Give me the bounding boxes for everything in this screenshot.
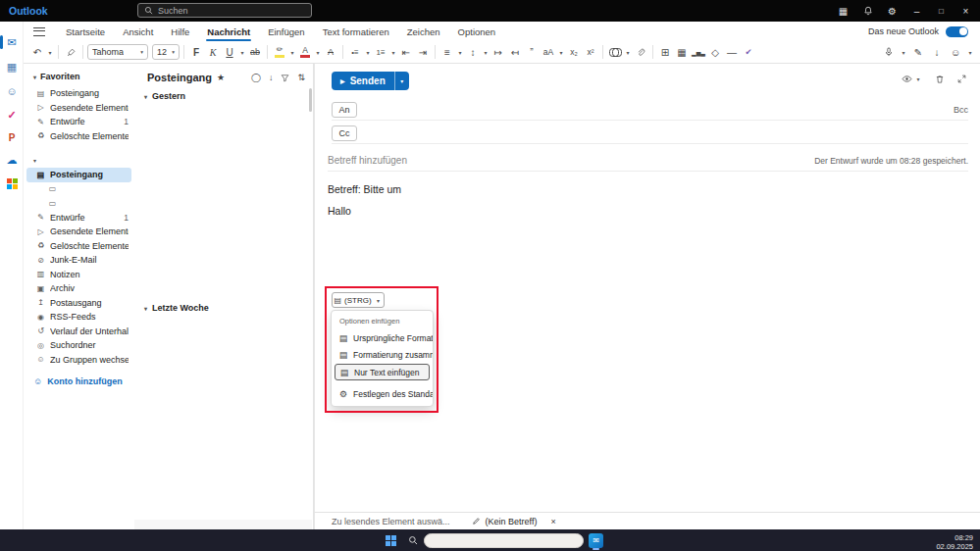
folder-item[interactable]: ✎ Entwürfe 1	[24, 115, 134, 129]
attach-file-icon[interactable]	[633, 43, 648, 61]
insert-link-icon[interactable]	[607, 43, 623, 61]
calendar-nav-icon[interactable]: ▦	[0, 57, 24, 76]
close-button[interactable]: ×	[954, 0, 978, 22]
to-button[interactable]: An	[332, 102, 357, 118]
folder-item[interactable]: ◉ RSS-Feeds	[24, 310, 134, 325]
filter-icon[interactable]	[281, 74, 289, 82]
dictate-chevron-icon[interactable]: ▾	[900, 49, 907, 56]
folder-item[interactable]: ⊘ Junk-E-Mail	[24, 253, 134, 268]
notifications-bell-icon[interactable]	[855, 0, 880, 22]
folder-item[interactable]: ▣ Archiv	[24, 281, 134, 296]
highlight-button[interactable]: ✏	[272, 43, 287, 61]
favorites-header[interactable]: ▾ Favoriten	[24, 64, 134, 86]
subject-input[interactable]: Betreff hinzufügen	[328, 155, 407, 166]
view-options-button[interactable]: ▾	[902, 74, 922, 84]
clear-formatting-icon[interactable]: A	[323, 43, 338, 61]
folder-item[interactable]: ☺ Zu Gruppen wechseln	[24, 353, 134, 368]
body-text-line[interactable]: Betreff: Bitte um	[328, 183, 401, 195]
change-case-icon[interactable]: aA	[541, 43, 556, 61]
bcc-button[interactable]: Bcc	[954, 105, 968, 115]
paste-options-button[interactable]: ▤ (STRG) ▾	[332, 292, 385, 308]
send-options-chevron[interactable]: ▾	[394, 72, 409, 90]
font-size-select[interactable]: 12 ▾	[152, 44, 180, 60]
decrease-indent-icon[interactable]: ⇤	[398, 43, 414, 61]
bold-button[interactable]: F	[188, 43, 204, 61]
ribbon-tab[interactable]: Text formatieren	[314, 22, 398, 41]
ribbon-tab[interactable]: Hilfe	[162, 22, 198, 41]
folder-item[interactable]: ♻ Gelöschte Elemente	[24, 239, 134, 254]
hamburger-menu-icon[interactable]	[33, 27, 45, 36]
folder-item[interactable]: ▭	[24, 196, 134, 211]
superscript-icon[interactable]: x²	[583, 43, 598, 61]
apps-grid-icon[interactable]	[0, 174, 24, 193]
increase-indent-icon[interactable]: ⇥	[415, 43, 431, 61]
search-input[interactable]: Suchen	[137, 3, 312, 18]
add-account-button[interactable]: ☺ Konto hinzufügen	[24, 376, 134, 386]
pop-out-icon[interactable]	[957, 75, 966, 83]
scrollbar-thumb[interactable]	[309, 88, 312, 112]
align-icon[interactable]: ≡	[439, 43, 455, 61]
select-messages-icon[interactable]: ◯	[251, 73, 261, 82]
numbered-list-icon[interactable]: 1≡	[373, 43, 388, 61]
taskbar-clock[interactable]: 08:29 02.09.2025	[936, 533, 973, 551]
onedrive-nav-icon[interactable]: ☁	[0, 150, 24, 170]
format-painter-icon[interactable]	[63, 43, 78, 61]
todo-nav-icon[interactable]: ✓	[0, 105, 24, 125]
insert-image-icon[interactable]: ▦	[674, 43, 690, 61]
font-family-select[interactable]: Tahoma ▾	[87, 44, 148, 60]
undo-icon[interactable]: ↶	[29, 43, 45, 61]
close-draft-tab-icon[interactable]: ×	[550, 517, 555, 526]
line-spacing-chevron-icon[interactable]: ▾	[482, 49, 490, 56]
line-spacing-icon[interactable]: ↕	[465, 43, 481, 61]
link-chevron-icon[interactable]: ▾	[624, 49, 632, 56]
strikethrough-button[interactable]: ab	[247, 43, 263, 61]
send-button[interactable]: ▶ Senden	[332, 72, 394, 90]
insert-shapes-icon[interactable]: ◇	[707, 43, 723, 61]
numbered-list-chevron-icon[interactable]: ▾	[389, 49, 397, 56]
section-header-yesterday[interactable]: ▾ Gestern	[144, 91, 185, 101]
my-day-icon[interactable]: ▦	[831, 0, 855, 22]
italic-button[interactable]: K	[205, 43, 221, 61]
account-header[interactable]: ▾	[24, 153, 134, 168]
folder-item[interactable]: ▤ Posteingang	[24, 86, 134, 101]
section-header-last-week[interactable]: ▾ Letzte Woche	[144, 303, 209, 313]
more-commands-icon[interactable]: ▾	[966, 49, 974, 56]
underline-chevron-icon[interactable]: ▾	[238, 49, 246, 56]
cc-button[interactable]: Cc	[332, 125, 357, 141]
ribbon-tab[interactable]: Einfügen	[259, 22, 314, 41]
folder-item[interactable]: ▭	[24, 182, 134, 197]
outlook-taskbar-icon[interactable]: ✉	[589, 533, 603, 548]
ribbon-tab[interactable]: Ansicht	[114, 22, 162, 41]
folder-item[interactable]: ♻ Gelöschte Elemente	[24, 129, 134, 144]
maximize-button[interactable]: □	[929, 0, 954, 22]
underline-button[interactable]: U	[222, 43, 237, 61]
body-text-line[interactable]: Hallo	[328, 205, 351, 217]
favorite-star-icon[interactable]: ★	[217, 73, 225, 82]
ribbon-tab[interactable]: Optionen	[449, 22, 505, 41]
minimize-button[interactable]: –	[904, 0, 929, 22]
font-color-button[interactable]: A	[297, 43, 313, 61]
paste-menu-item[interactable]: ▤ Nur Text einfügen	[335, 364, 430, 380]
powerpoint-nav-icon[interactable]: P	[0, 127, 24, 147]
draw-pen-icon[interactable]: ✎	[910, 43, 926, 61]
discard-draft-icon[interactable]	[935, 75, 945, 84]
ribbon-tab[interactable]: Startseite	[57, 22, 114, 41]
emoji-icon[interactable]: ☺	[948, 43, 963, 61]
dictate-mic-icon[interactable]	[881, 43, 897, 61]
sort-direction-icon[interactable]: ↓	[269, 73, 274, 82]
mail-nav-icon[interactable]: ✉	[0, 32, 24, 52]
folder-item[interactable]: ▷ Gesendete Elemente	[24, 225, 134, 239]
bullet-list-icon[interactable]: •≡	[347, 43, 363, 61]
folder-item[interactable]: ◎ Suchordner	[24, 338, 134, 353]
folder-item[interactable]: ▥ Notizen	[24, 268, 134, 282]
collapse-toolbar-icon[interactable]: ↓	[929, 43, 945, 61]
folder-item[interactable]: ↺ Verlauf der Unterhaltu...	[24, 325, 134, 339]
font-color-chevron-icon[interactable]: ▾	[314, 49, 322, 56]
paste-menu-item[interactable]: ⚙ Festlegen des Standard-Ein	[332, 385, 433, 402]
text-direction-rtl-icon[interactable]: ↤	[507, 43, 523, 61]
subscript-icon[interactable]: x₂	[566, 43, 582, 61]
new-outlook-toggle[interactable]	[946, 26, 968, 37]
editor-check-icon[interactable]: ✔	[741, 43, 756, 61]
ribbon-tab[interactable]: Zeichen	[398, 22, 449, 41]
taskbar-search-icon[interactable]	[408, 535, 418, 545]
